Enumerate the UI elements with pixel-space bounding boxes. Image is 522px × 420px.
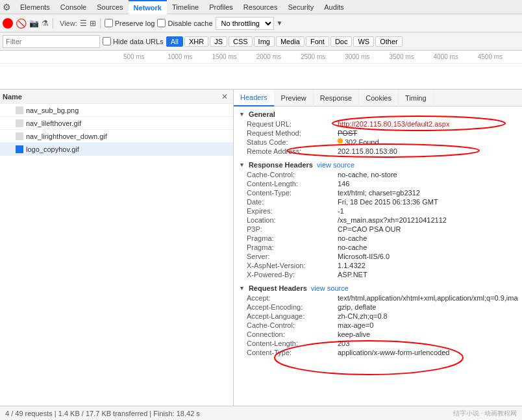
filter-font-btn[interactable]: Font [306, 36, 329, 47]
rh-val-8: no-cache [338, 243, 367, 251]
tab-headers[interactable]: Headers [234, 90, 275, 106]
mark-3500: 3500 ms [389, 53, 433, 60]
view-group-icon[interactable]: ⊞ [90, 19, 96, 28]
filter-other-btn[interactable]: Other [375, 36, 403, 47]
rh-key-11: X-Powered-By: [247, 271, 338, 278]
mark-2000: 2000 ms [256, 53, 301, 60]
filter-xhr-btn[interactable]: XHR [184, 36, 208, 47]
rh-row-0: Cache-Control: no-cache, no-store [239, 170, 517, 179]
rh-key-4: Expires: [247, 207, 338, 215]
request-method-row: Request Method: POST [239, 129, 517, 138]
request-method-val: POST [338, 129, 357, 137]
filter-doc-btn[interactable]: Doc [330, 36, 353, 47]
preserve-log-label[interactable]: Preserve log [105, 19, 155, 27]
status-code-row: Status Code: 302 Found [239, 138, 517, 147]
status-dot [338, 138, 343, 143]
remote-address-val: 202.115.80.153:80 [338, 147, 397, 155]
clear-button[interactable]: 🚫 [16, 18, 27, 29]
mark-3000: 3000 ms [345, 53, 389, 60]
main-content: Name ✕ nav_sub_bg.png nav_lilefthover.gi… [0, 90, 522, 406]
request-url-key: Request URL: [247, 120, 338, 128]
top-nav: ⚙ Elements Console Sources Network Timel… [0, 0, 522, 14]
rh-val-3: Fri, 18 Dec 2015 06:13:36 GMT [338, 198, 438, 206]
disable-cache-checkbox[interactable] [157, 19, 166, 27]
filter-icon[interactable]: ⚗ [42, 19, 49, 28]
request-headers-section: Request Headers view source Accept: text… [239, 283, 517, 357]
rh-key-7: Pragma: [247, 234, 338, 242]
nav-item-sources[interactable]: Sources [92, 0, 128, 14]
general-title: General [249, 110, 275, 118]
detail-panel: Headers Preview Response Cookies Timing … [234, 90, 522, 406]
status-text: 4 / 49 requests | 1.4 KB / 17.7 KB trans… [5, 410, 200, 417]
status-bar: 4 / 49 requests | 1.4 KB / 17.7 KB trans… [0, 406, 522, 420]
file-item-1[interactable]: nav_sub_bg.png [0, 104, 233, 117]
status-code-val: 302 Found [345, 138, 379, 146]
rh-val-2: text/html; charset=gb2312 [338, 189, 420, 197]
filter-ws-btn[interactable]: WS [353, 36, 374, 47]
rh-val-6: CP=CAO PSA OUR [338, 225, 401, 233]
reqh-row-5: Content-Length: 203 [239, 339, 517, 348]
reqh-key-5: Content-Length: [247, 340, 338, 347]
nav-item-security[interactable]: Security [282, 0, 319, 14]
reqh-key-6: Content-Type: [247, 349, 338, 356]
filter-js-btn[interactable]: JS [210, 36, 227, 47]
preserve-log-checkbox[interactable] [105, 19, 113, 27]
request-headers-view-source[interactable]: view source [311, 284, 349, 292]
request-method-key: Request Method: [247, 129, 338, 137]
rh-val-10: 1.1.4322 [338, 262, 366, 269]
general-header: General [239, 109, 517, 119]
response-headers-title: Response Headers [249, 161, 313, 169]
remote-address-key: Remote Address: [247, 147, 338, 155]
file-list: Name ✕ nav_sub_bg.png nav_lilefthover.gi… [0, 90, 234, 406]
nav-item-elements[interactable]: Elements [15, 0, 55, 14]
file-item-2[interactable]: nav_lilefthover.gif [0, 117, 233, 130]
nav-item-profiles[interactable]: Profiles [204, 0, 238, 14]
rh-key-10: X-AspNet-Version: [247, 262, 338, 269]
hide-data-urls-checkbox[interactable] [103, 37, 111, 45]
nav-item-audits[interactable]: Audits [319, 0, 349, 14]
separator [53, 18, 53, 29]
close-icon[interactable]: ✕ [221, 92, 228, 101]
tab-timing[interactable]: Timing [399, 90, 434, 106]
disable-cache-label[interactable]: Disable cache [157, 19, 212, 27]
tab-cookies[interactable]: Cookies [359, 90, 399, 106]
reqh-val-1: gzip, deflate [338, 303, 376, 311]
nav-item-console[interactable]: Console [55, 0, 92, 14]
reqh-val-5: 203 [338, 340, 349, 347]
general-section: General Request URL: http://202.115.80.1… [239, 109, 517, 156]
request-url-val: http://202.115.80.153/default2.aspx [338, 120, 449, 128]
rh-key-1: Content-Length: [247, 180, 338, 188]
timeline: 500 ms 1000 ms 1500 ms 2000 ms 2500 ms 3… [0, 51, 522, 90]
rh-row-9: Server: Microsoft-IIS/6.0 [239, 252, 517, 261]
filter-all-btn[interactable]: All [166, 36, 183, 47]
file-item-4[interactable]: logo_copyhov.gif [0, 143, 233, 156]
reqh-val-0: text/html,application/xhtml+xml,applicat… [338, 294, 518, 302]
view-list-icon[interactable]: ☰ [80, 19, 87, 28]
mark-2500: 2500 ms [301, 53, 345, 60]
record-button[interactable] [3, 18, 13, 29]
separator2 [100, 18, 101, 29]
filter-media-btn[interactable]: Media [276, 36, 304, 47]
search-input[interactable] [3, 35, 100, 48]
filter-css-btn[interactable]: CSS [229, 36, 253, 47]
rh-row-6: P3P: CP=CAO PSA OUR [239, 225, 517, 234]
rh-val-7: no-cache [338, 234, 367, 242]
rh-val-11: ASP.NET [338, 271, 367, 278]
response-headers-header: Response Headers view source [239, 160, 517, 170]
file-item-3[interactable]: nav_lirighthover_down.gif [0, 130, 233, 143]
nav-item-network[interactable]: Network [129, 0, 167, 14]
nav-item-timeline[interactable]: Timeline [167, 0, 204, 14]
hide-data-urls-label[interactable]: Hide data URLs [103, 37, 164, 45]
reqh-key-1: Accept-Encoding: [247, 303, 338, 311]
file-icon-2 [16, 119, 23, 127]
filter-img-btn[interactable]: Img [254, 36, 275, 47]
file-name-4: logo_copyhov.gif [26, 145, 79, 153]
response-headers-view-source[interactable]: view source [317, 161, 354, 169]
hide-data-urls-text: Hide data URLs [113, 38, 164, 45]
throttle-select[interactable]: No throttling [216, 17, 274, 30]
tab-preview[interactable]: Preview [275, 90, 314, 106]
reqh-row-2: Accept-Language: zh-CN,zh;q=0.8 [239, 312, 517, 321]
tab-response[interactable]: Response [314, 90, 360, 106]
rh-row-3: Date: Fri, 18 Dec 2015 06:13:36 GMT [239, 197, 517, 206]
nav-item-resources[interactable]: Resources [238, 0, 283, 14]
